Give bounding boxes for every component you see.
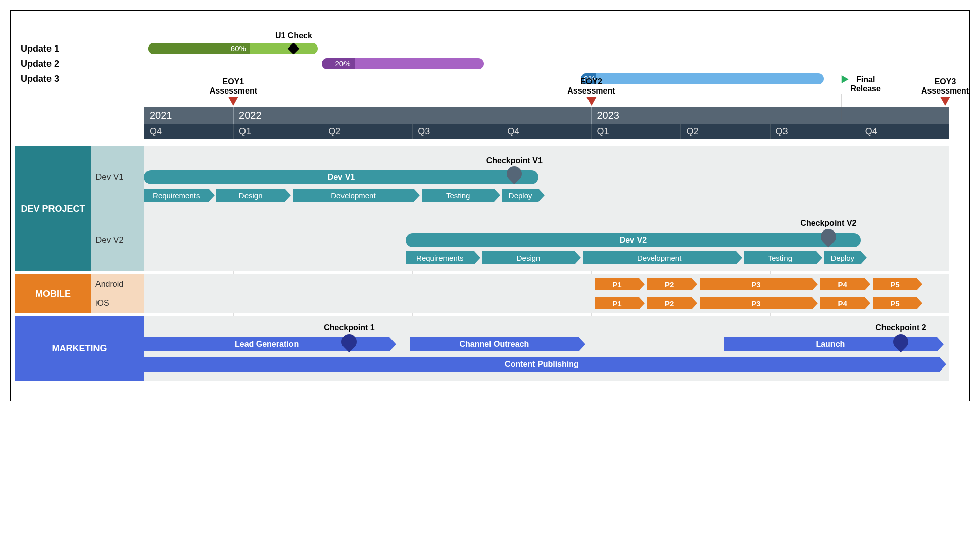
v2-req: Requirements: [406, 251, 474, 264]
mkt-checkpoint-1-label: Checkpoint 1: [324, 323, 374, 332]
checkpoint-v2-label: Checkpoint V2: [800, 219, 856, 228]
update-1-progress: 60%: [231, 44, 246, 53]
year-2023: 2023: [591, 107, 949, 124]
v1-dev: Development: [293, 189, 414, 202]
v2-dev: Development: [583, 251, 736, 264]
android-p1: P1: [595, 278, 640, 290]
year-2022: 2022: [233, 107, 591, 124]
mkt-checkpoint-2-label: Checkpoint 2: [875, 323, 926, 332]
update-3-label: Update 3: [19, 74, 140, 84]
q-2022-q1: Q1: [233, 124, 323, 139]
v1-design: Design: [216, 189, 284, 202]
checkpoint-v1-label: Checkpoint V1: [486, 156, 543, 165]
v2-design: Design: [482, 251, 574, 264]
update-1-label: Update 1: [19, 43, 140, 54]
section-dev-project: DEV PROJECT Dev V1 Dev V2 Checkpoint V1 …: [15, 146, 949, 271]
mkt-channel: Channel Outreach: [410, 337, 579, 351]
marker-eoy3: EOY3Assessment: [921, 77, 969, 106]
section-mobile: MOBILE Android iOS P1 P2 P3 P4 P5 P1 P2 …: [15, 274, 949, 313]
v2-deploy: Deploy: [824, 251, 861, 264]
q-2022-q4: Q4: [502, 124, 591, 139]
mobile-header: MOBILE: [15, 274, 91, 313]
marker-eoy2: EOY2Assessment: [567, 77, 615, 106]
android-p2: P2: [647, 278, 692, 290]
ios-p5: P5: [873, 297, 917, 309]
ios-p3: P3: [700, 297, 812, 309]
q-2023-q1: Q1: [591, 124, 680, 139]
q-2023-q2: Q2: [680, 124, 770, 139]
dev-project-header: DEV PROJECT: [15, 146, 91, 271]
update-2-label: Update 2: [19, 59, 140, 69]
flag-icon: [841, 75, 848, 83]
update-2-progress: 20%: [335, 59, 350, 68]
ios-sub: iOS: [91, 294, 144, 313]
marketing-header: MARKETING: [15, 316, 144, 381]
update-1-row: Update 1 U1 Check 60%: [19, 41, 949, 56]
q-2022-q3: Q3: [412, 124, 502, 139]
q-2021-q4: Q4: [144, 124, 233, 139]
timeline-header: EOY1Assessment EOY2Assessment FinalRelea…: [15, 107, 949, 139]
android-p5: P5: [873, 278, 917, 290]
v1-req: Requirements: [144, 189, 209, 202]
mkt-content: Content Publishing: [144, 357, 940, 372]
v1-test: Testing: [422, 189, 494, 202]
dev-v1-bar: Dev V1: [144, 170, 538, 184]
dev-v1-sub: Dev V1: [91, 146, 144, 209]
marker-final-release: FinalRelease: [840, 75, 881, 121]
section-marketing: MARKETING Checkpoint 1 Checkpoint 2 Lead…: [15, 316, 949, 381]
u1-check-label: U1 Check: [275, 31, 312, 40]
q-2023-q3: Q3: [770, 124, 860, 139]
year-2021: 2021: [144, 107, 233, 124]
update-2-row: Update 2 20%: [19, 56, 949, 71]
roadmap-diagram: Update 1 U1 Check 60% Update 2 20% Updat…: [10, 10, 970, 401]
v1-deploy: Deploy: [502, 189, 538, 202]
ios-p4: P4: [820, 297, 865, 309]
dev-v2-bar: Dev V2: [406, 233, 861, 247]
marker-eoy1: EOY1Assessment: [210, 77, 257, 106]
android-sub: Android: [91, 274, 144, 294]
v2-test: Testing: [744, 251, 816, 264]
q-2022-q2: Q2: [323, 124, 412, 139]
dev-v2-sub: Dev V2: [91, 209, 144, 271]
android-p3: P3: [700, 278, 812, 290]
ios-p2: P2: [647, 297, 692, 309]
android-p4: P4: [820, 278, 865, 290]
q-2023-q4: Q4: [860, 124, 949, 139]
ios-p1: P1: [595, 297, 640, 309]
